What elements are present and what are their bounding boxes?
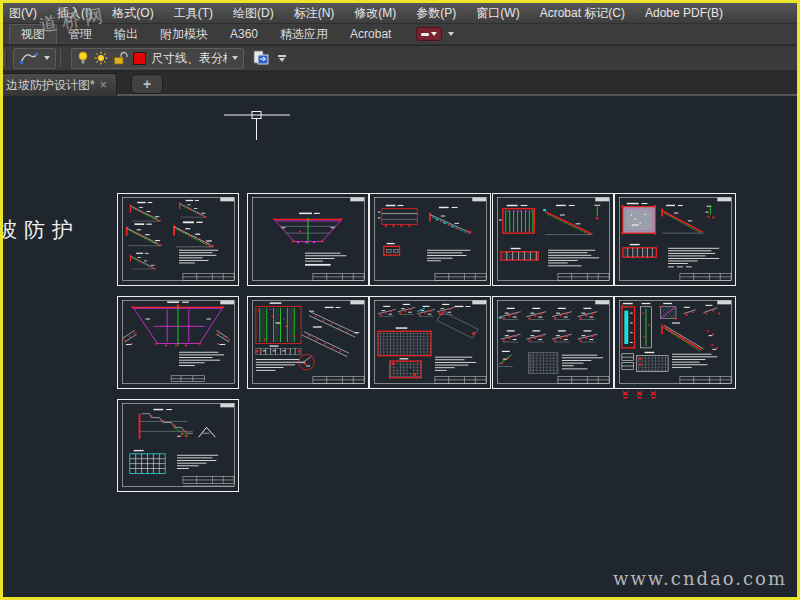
file-tab-bar: 边坡防护设计图* × + — [3, 72, 797, 96]
drawing-sheet-r1c1 — [117, 193, 239, 286]
collapse-chevron-icon[interactable] — [278, 55, 286, 62]
menu-parametric[interactable]: 参数(P) — [406, 5, 466, 22]
tab-featured-apps[interactable]: 精选应用 — [269, 25, 339, 44]
drawing-sheet-r1c5 — [614, 193, 736, 286]
ribbon-flyout-button[interactable] — [416, 27, 442, 41]
watermark-url: www.cndao.com — [613, 568, 787, 589]
flyout-dash-icon — [421, 33, 429, 36]
sheet-graphics — [493, 297, 613, 388]
drawing-sheet-r2c1 — [117, 296, 239, 389]
notes-block — [179, 250, 218, 264]
tab-acrobat[interactable]: Acrobat — [339, 26, 402, 42]
ribbon-tab-bar: 视图 管理 输出 附加模块 A360 精选应用 Acrobat — [3, 24, 797, 45]
layer-color-swatch[interactable] — [133, 52, 146, 65]
autocad-window: 图(V) 插入(I) 格式(O) 工具(T) 绘图(D) 标注(N) 修改(M)… — [0, 0, 800, 600]
sheet-graphics — [493, 194, 613, 285]
red-revision-marks — [620, 390, 662, 400]
menu-bar: 图(V) 插入(I) 格式(O) 工具(T) 绘图(D) 标注(N) 修改(M)… — [3, 3, 797, 24]
sheet-graphics — [118, 194, 238, 285]
ribbon-options-chevron-icon[interactable] — [448, 32, 454, 36]
sheet-graphics — [118, 297, 238, 388]
toolbar-separator — [60, 49, 61, 67]
menu-tools[interactable]: 工具(T) — [164, 5, 223, 22]
layer-control-group: 尺寸线、表分格 — [71, 48, 244, 69]
drawing-sheet-r2c3 — [369, 296, 491, 389]
tab-addins[interactable]: 附加模块 — [149, 25, 219, 44]
layer-states-icon[interactable] — [253, 50, 270, 66]
sun-icon[interactable] — [94, 51, 108, 65]
sheet-graphics — [615, 297, 735, 388]
drawing-sheet-r2c2 — [247, 296, 369, 389]
sheet-graphics — [248, 297, 368, 388]
sheet-graphics — [118, 400, 238, 491]
drawing-sheet-r1c2 — [247, 193, 369, 286]
menu-window[interactable]: 窗口(W) — [466, 5, 529, 22]
drawing-sheet-r1c4 — [492, 193, 614, 286]
chevron-down-icon — [431, 32, 437, 36]
tab-a360[interactable]: A360 — [219, 26, 269, 42]
sheet-graphics — [248, 194, 368, 285]
menu-draw[interactable]: 绘图(D) — [223, 5, 284, 22]
drawing-sheet-r3c1 — [117, 399, 239, 492]
unlock-icon[interactable] — [113, 51, 128, 65]
tab-output[interactable]: 输出 — [103, 25, 149, 44]
sheet-graphics — [615, 194, 735, 285]
toolbar: 尺寸线、表分格 — [3, 46, 797, 71]
layer-dropdown-icon[interactable] — [232, 56, 238, 60]
draw-order-group — [13, 48, 56, 69]
menu-format[interactable]: 格式(O) — [102, 5, 163, 22]
sheet-graphics — [370, 194, 490, 285]
bulb-icon[interactable] — [77, 51, 89, 65]
plus-icon: + — [143, 76, 151, 92]
menu-modify[interactable]: 修改(M) — [344, 5, 406, 22]
drawing-sheet-r2c4 — [492, 296, 614, 389]
file-tab-active[interactable]: 边坡防护设计图* × — [0, 73, 117, 96]
clipped-toolbutton — [3, 49, 7, 67]
canvas-annotation-text: 坡防护 — [0, 216, 80, 244]
file-tab-title: 边坡防护设计图* — [6, 77, 95, 94]
menu-adobe-pdf[interactable]: Adobe PDF(B) — [635, 6, 733, 20]
drawing-canvas[interactable]: 坡防护 — [3, 98, 797, 597]
drawing-sheet-r2c5 — [614, 296, 736, 389]
new-tab-button[interactable]: + — [131, 74, 163, 94]
crosshair-cursor — [219, 110, 303, 142]
menu-dimension[interactable]: 标注(N) — [284, 5, 345, 22]
menu-acrobat-marks[interactable]: Acrobat 标记(C) — [530, 5, 635, 22]
drawing-sheet-r1c3 — [369, 193, 491, 286]
spline-dropdown-icon[interactable] — [44, 56, 50, 60]
close-icon[interactable]: × — [100, 79, 107, 91]
sheet-graphics — [370, 297, 490, 388]
spline-icon[interactable] — [19, 50, 39, 66]
layer-name-dropdown[interactable]: 尺寸线、表分格 — [151, 50, 227, 67]
